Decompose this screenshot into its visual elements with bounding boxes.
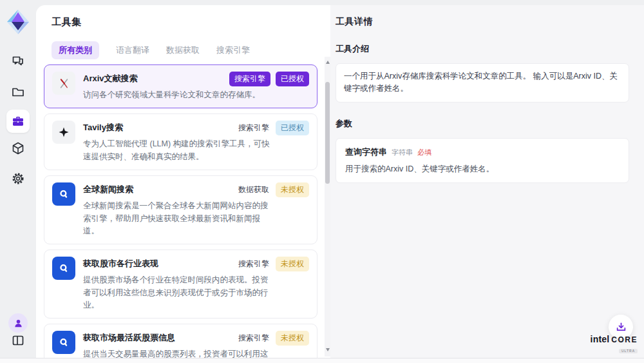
page-title: 工具集 [52,16,315,28]
scrollbar-thumb[interactable] [325,82,330,184]
tool-card-sector-performance[interactable]: 获取股市各行业表现 搜索引擎 未授权 提供股票市场各个行业在特定时间段内的表现。… [44,250,317,319]
auth-status-badge: 未授权 [276,331,309,346]
tool-card-arxiv[interactable]: Arxiv文献搜索 搜索引擎 已授权 访问各个研究领域大量科学论文和文章的存储库… [44,64,317,108]
tool-description: 专为人工智能代理 (LLM) 构建的搜索引擎工具，可快速提供实时、准确和真实的结… [83,138,276,163]
tool-card-global-news[interactable]: 全球新闻搜索 数据获取 未授权 全球新闻搜索是一个聚合全球各大新闻网站内容的搜索… [44,175,317,244]
search-q-icon [52,182,75,206]
category-badge: 搜索引擎 [229,72,270,86]
list-scrollbar[interactable] [325,57,330,357]
core-wordmark: core [611,336,638,344]
tool-card-active-stocks[interactable]: 获取市场最活跃股票信息 搜索引擎 未授权 提供当天交易量最高的股票列表，投资者可… [44,324,317,358]
download-icon [616,322,627,333]
tab-language-translation[interactable]: 语言翻译 [116,41,149,59]
briefcase-icon [12,115,24,128]
auth-status-badge: 未授权 [276,257,309,271]
tab-search-engine[interactable]: 搜索引擎 [216,41,250,59]
intro-heading: 工具介绍 [336,43,629,55]
tool-name: Arxiv文献搜索 [83,72,138,84]
person-icon [14,319,23,328]
gear-icon[interactable] [11,172,25,186]
tool-name: 全球新闻搜索 [83,182,133,195]
category-tabs: 所有类别 语言翻译 数据获取 搜索引擎 [52,41,315,59]
category-badge: 搜索引擎 [237,331,270,346]
category-badge: 搜索引擎 [237,257,270,271]
parameter-name: 查询字符串 [345,146,387,158]
tool-description: 访问各个研究领域大量科学论文和文章的存储库。 [83,89,309,101]
tool-name: 获取市场最活跃股票信息 [83,331,175,344]
category-badge: 数据获取 [237,182,270,197]
parameter-required-flag: 必填 [417,148,431,157]
auth-status-badge: 未授权 [276,182,309,197]
sidebar-item-tools-active[interactable] [6,110,30,133]
tool-name: 获取股市各行业表现 [83,257,158,270]
params-heading: 参数 [336,118,629,130]
chat-icon[interactable] [11,54,25,68]
parameter-card: 查询字符串 字符串 必填 用于搜索的Arxiv ID、关键字或作者姓名。 [336,138,629,183]
search-q-icon [52,331,75,354]
arxiv-icon [52,72,75,95]
tool-description: 提供当天交易量最高的股票列表，投资者可以利用这些信息来识别流动性强的股票和潜在的… [83,348,276,358]
layout-toggle-icon[interactable] [11,333,25,348]
tool-detail-panel: 工具详情 工具介绍 一个用于从Arxiv存储库搜索科学论文和文章的工具。 输入可… [330,5,644,358]
tool-description: 全球新闻搜索是一个聚合全球各大新闻网站内容的搜索引擎，帮助用户快速获取全球最新资… [83,200,276,237]
scrollbar-down-arrow-icon[interactable] [326,348,330,351]
scrollbar-up-arrow-icon[interactable] [326,61,330,64]
tool-card-tavily[interactable]: Tavily搜索 搜索引擎 已授权 专为人工智能代理 (LLM) 构建的搜索引擎… [44,113,317,170]
folder-icon[interactable] [11,85,25,99]
package-icon[interactable] [11,141,25,155]
parameter-type: 字符串 [392,148,413,157]
intel-core-logo: intel core Ultra [591,335,638,354]
app-logo-icon [6,8,30,35]
sidebar-rail [0,0,36,358]
auth-status-badge: 已授权 [276,121,309,135]
tool-list-panel: 工具集 所有类别 语言翻译 数据获取 搜索引擎 Arxiv文献搜索 [36,5,330,358]
category-badge: 搜索引擎 [237,121,270,135]
ultra-badge: Ultra [619,349,638,353]
window-bottom-strip [0,358,644,363]
auth-status-badge: 已授权 [276,72,309,86]
tool-name: Tavily搜索 [83,121,123,133]
user-avatar[interactable] [8,313,28,333]
detail-title: 工具详情 [336,16,629,28]
tool-card-list: Arxiv文献搜索 搜索引擎 已授权 访问各个研究领域大量科学论文和文章的存储库… [36,59,330,358]
tab-all-categories[interactable]: 所有类别 [52,41,99,59]
intel-wordmark: intel [591,335,610,344]
tab-data-acquisition[interactable]: 数据获取 [166,41,200,59]
tool-intro-text: 一个用于从Arxiv存储库搜索科学论文和文章的工具。 输入可以是Arxiv ID… [336,63,629,103]
tool-description: 提供股票市场各个行业在特定时间段内的表现。投资者可以利用这些信息来识别表现优于或… [83,274,276,311]
sparkle-icon [52,121,75,144]
parameter-description: 用于搜索的Arxiv ID、关键字或作者姓名。 [345,164,620,175]
search-q-icon [52,257,75,280]
